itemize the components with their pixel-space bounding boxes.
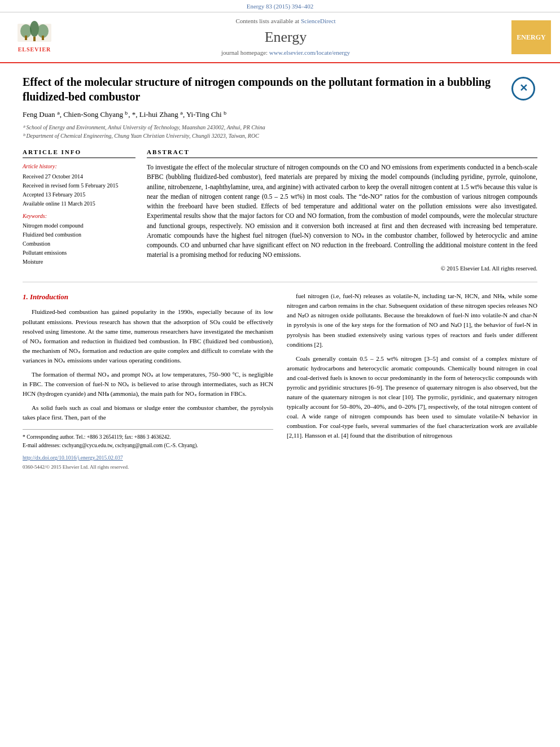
article-info-column: ARTICLE INFO Article history: Received 2… xyxy=(23,148,135,273)
journal-citation: Energy 83 (2015) 394–402 xyxy=(247,3,314,10)
science-direct-link[interactable]: ScienceDirect xyxy=(301,18,336,24)
affiliations: ᵃ School of Energy and Environment, Anhu… xyxy=(23,123,537,140)
introduction-title: 1. Introduction xyxy=(23,291,273,303)
keywords-label: Keywords: xyxy=(23,212,135,220)
affiliation-a: ᵃ School of Energy and Environment, Anhu… xyxy=(23,123,537,132)
keyword-4: Pollutant emissions xyxy=(23,249,135,257)
contents-list-text: Contents lists available at xyxy=(235,18,299,24)
footnotes: * Corresponding author. Tel.: +886 3 265… xyxy=(23,429,273,449)
received-date: Received 27 October 2014 xyxy=(23,173,135,181)
energy-logo-text: ENERGY xyxy=(517,33,545,41)
right-paragraph-1: fuel nitrogen (i.e, fuel-N) releases as … xyxy=(287,291,537,349)
section-divider xyxy=(23,282,537,282)
energy-logo-box: ENERGY xyxy=(511,20,551,54)
authors-text: Feng Duan ᵃ, Chien-Song Chyang ᵇ, *, Li-… xyxy=(23,110,227,119)
svg-rect-5 xyxy=(25,36,27,40)
body-content: 1. Introduction Fluidized-bed combustion… xyxy=(23,291,537,471)
intro-paragraph-2: The formation of thermal NOₓ and prompt … xyxy=(23,370,273,399)
svg-rect-4 xyxy=(33,37,36,41)
homepage-url[interactable]: www.elsevier.com/locate/energy xyxy=(269,49,350,56)
homepage-text: journal homepage: xyxy=(221,49,268,56)
article-info-abstract-section: ARTICLE INFO Article history: Received 2… xyxy=(23,148,537,273)
journal-center-info: Contents lists available at ScienceDirec… xyxy=(71,17,500,57)
svg-rect-6 xyxy=(42,36,44,40)
corresponding-author-note: * Corresponding author. Tel.: +886 3 265… xyxy=(23,433,273,442)
article-title-section: Effect of the molecular structure of nit… xyxy=(23,75,537,104)
keyword-2: Fluidized bed combustion xyxy=(23,231,135,239)
received-revised-date: Received in revised form 5 February 2015 xyxy=(23,182,135,190)
body-right-column: fuel nitrogen (i.e, fuel-N) releases as … xyxy=(287,291,537,471)
authors-line: Feng Duan ᵃ, Chien-Song Chyang ᵇ, *, Li-… xyxy=(23,110,537,120)
intro-paragraph-1: Fluidized-bed combustion has gained popu… xyxy=(23,307,273,365)
keyword-5: Moisture xyxy=(23,258,135,266)
available-online-date: Available online 11 March 2015 xyxy=(23,200,135,208)
article-title: Effect of the molecular structure of nit… xyxy=(23,75,498,104)
abstract-column: ABSTRACT To investigate the effect of th… xyxy=(147,148,537,273)
science-direct-line: Contents lists available at ScienceDirec… xyxy=(235,17,335,25)
right-paragraph-2: Coals generally contain 0.5 – 2.5 wt% ni… xyxy=(287,354,537,440)
abstract-label: ABSTRACT xyxy=(147,148,537,158)
doi-link[interactable]: http://dx.doi.org/10.1016/j.energy.2015.… xyxy=(23,455,123,461)
abstract-text: To investigate the effect of the molecul… xyxy=(147,163,537,260)
crossmark: ✕ xyxy=(509,75,537,103)
journal-name: Energy xyxy=(265,27,307,47)
history-label: Article history: xyxy=(23,163,135,171)
paper-content: Effect of the molecular structure of nit… xyxy=(0,63,560,483)
email-note: E-mail addresses: cschyang@cycu.edu.tw, … xyxy=(23,442,273,450)
affiliation-b: ᵇ Department of Chemical Engineering, Ch… xyxy=(23,132,537,140)
copyright-line: © 2015 Elsevier Ltd. All rights reserved… xyxy=(147,265,537,273)
elsevier-label: ELSEVIER xyxy=(18,46,51,54)
crossmark-icon: ✕ xyxy=(511,77,535,101)
elsevier-tree-icon xyxy=(15,21,54,45)
accepted-date: Accepted 13 February 2015 xyxy=(23,191,135,199)
doi-line[interactable]: http://dx.doi.org/10.1016/j.energy.2015.… xyxy=(23,454,273,462)
top-bar: Energy 83 (2015) 394–402 xyxy=(0,0,560,12)
body-left-column: 1. Introduction Fluidized-bed combustion… xyxy=(23,291,273,471)
keyword-1: Nitrogen model compound xyxy=(23,222,135,230)
journal-homepage-line: journal homepage: www.elsevier.com/locat… xyxy=(221,49,350,57)
keyword-3: Combustion xyxy=(23,240,135,248)
issn-line: 0360-5442/© 2015 Elsevier Ltd. All right… xyxy=(23,464,273,471)
elsevier-logo: ELSEVIER xyxy=(9,20,60,54)
journal-header: ELSEVIER Contents lists available at Sci… xyxy=(0,12,560,63)
article-info-label: ARTICLE INFO xyxy=(23,148,135,158)
intro-paragraph-3: As solid fuels such as coal and biomass … xyxy=(23,403,273,422)
